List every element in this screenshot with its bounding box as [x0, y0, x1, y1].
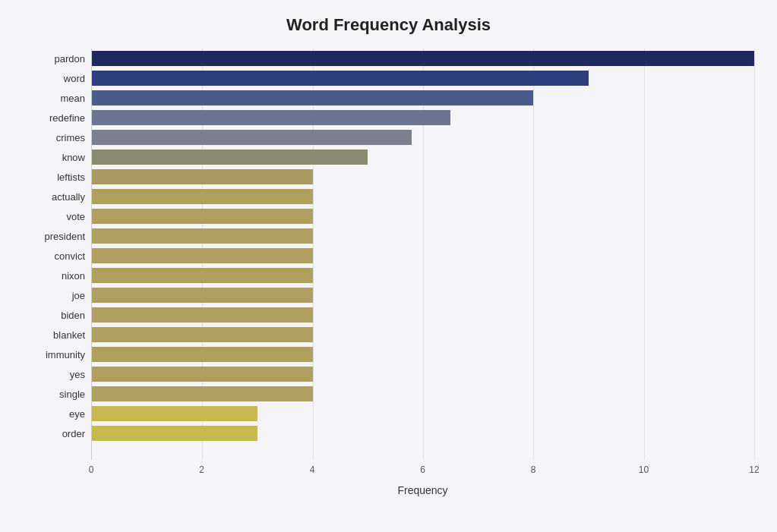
- bar-row: [92, 384, 754, 404]
- bottom-section: 024681012 Frequency: [91, 460, 754, 496]
- x-tick: 0: [89, 464, 94, 475]
- y-label: vote: [66, 206, 85, 226]
- bar: [92, 307, 313, 323]
- bar-row: [92, 68, 754, 88]
- bar-row: [92, 187, 754, 206]
- x-tick: 8: [531, 464, 536, 475]
- bar-row: [92, 226, 754, 246]
- y-label: order: [62, 423, 85, 443]
- y-label: know: [62, 147, 85, 167]
- bar-row: [92, 404, 754, 423]
- bar: [92, 209, 313, 224]
- y-label: nixon: [62, 266, 85, 285]
- chart-title: Word Frequency Analysis: [23, 15, 754, 35]
- y-label: immunity: [46, 345, 85, 364]
- x-tick: 6: [420, 464, 425, 475]
- y-label: convict: [55, 246, 85, 266]
- bar-row: [92, 127, 754, 147]
- x-tick: 4: [310, 464, 315, 475]
- bar: [92, 288, 313, 303]
- y-label: pardon: [55, 49, 85, 68]
- bar: [92, 426, 257, 441]
- x-tick: 2: [199, 464, 204, 475]
- bar-row: [92, 285, 754, 305]
- bar: [92, 228, 313, 244]
- bar-row: [92, 206, 754, 226]
- x-axis: 024681012: [91, 464, 754, 480]
- bar-row: [92, 364, 754, 384]
- bar-row: [92, 345, 754, 364]
- bars-and-grid: 024681012 Frequency: [91, 49, 754, 496]
- bar: [92, 150, 368, 165]
- bar-row: [92, 88, 754, 108]
- y-label: crimes: [56, 127, 85, 147]
- grid-line: [754, 49, 755, 460]
- y-label: leftists: [57, 167, 85, 187]
- y-label: mean: [60, 88, 85, 108]
- y-label: actually: [52, 187, 85, 206]
- bar-row: [92, 108, 754, 127]
- bar: [92, 327, 313, 342]
- bar: [92, 189, 313, 204]
- bar: [92, 130, 412, 145]
- bar: [92, 90, 533, 105]
- y-label: blanket: [53, 325, 85, 345]
- bar: [92, 110, 450, 125]
- bar-row: [92, 266, 754, 285]
- bars-wrapper: [91, 49, 754, 460]
- bar: [92, 71, 589, 86]
- bar: [92, 367, 313, 382]
- bar-row: [92, 147, 754, 167]
- x-axis-label: Frequency: [91, 484, 754, 496]
- bar: [92, 386, 313, 401]
- bar-row: [92, 246, 754, 266]
- x-tick: 12: [749, 464, 759, 475]
- bar: [92, 268, 313, 283]
- chart-area: pardonwordmeanredefinecrimesknowleftists…: [23, 49, 754, 496]
- bar-row: [92, 423, 754, 443]
- bar-row: [92, 325, 754, 345]
- y-label: joe: [72, 285, 85, 305]
- y-label: single: [59, 384, 85, 404]
- y-label: word: [64, 68, 85, 88]
- bar: [92, 51, 754, 66]
- bar: [92, 169, 313, 184]
- bar: [92, 347, 313, 362]
- x-tick: 10: [639, 464, 649, 475]
- bar-row: [92, 49, 754, 68]
- y-label: redefine: [49, 108, 85, 127]
- bar: [92, 248, 313, 263]
- y-label: biden: [61, 305, 85, 325]
- y-label: yes: [70, 364, 85, 384]
- y-label: eye: [69, 404, 85, 423]
- bar-row: [92, 167, 754, 187]
- bar: [92, 406, 257, 421]
- bar-row: [92, 305, 754, 325]
- y-label: president: [45, 226, 85, 246]
- chart-container: Word Frequency Analysis pardonwordmeanre…: [0, 0, 777, 532]
- y-labels: pardonwordmeanredefinecrimesknowleftists…: [23, 49, 91, 496]
